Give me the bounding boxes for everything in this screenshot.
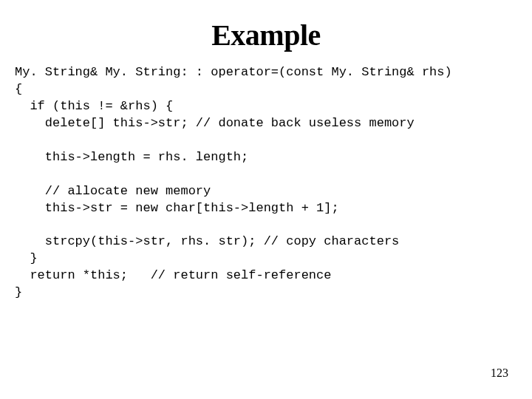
- slide-title: Example: [15, 18, 517, 52]
- code-line: My. String& My. String: : operator=(cons…: [15, 65, 452, 79]
- code-line: this->str = new char[this->length + 1];: [15, 201, 339, 215]
- code-line: strcpy(this->str, rhs. str); // copy cha…: [15, 234, 399, 248]
- code-line: this->length = rhs. length;: [15, 150, 248, 164]
- code-line: // allocate new memory: [15, 184, 211, 198]
- code-line: return *this; // return self-reference: [15, 268, 331, 282]
- code-line: {: [15, 82, 22, 96]
- slide: Example My. String& My. String: : operat…: [0, 0, 532, 399]
- page-number: 123: [491, 366, 508, 380]
- code-line: }: [15, 285, 22, 299]
- code-line: if (this != &rhs) {: [15, 99, 173, 113]
- code-line: delete[] this->str; // donate back usele…: [15, 116, 415, 130]
- code-block: My. String& My. String: : operator=(cons…: [15, 64, 517, 301]
- code-line: }: [15, 251, 38, 265]
